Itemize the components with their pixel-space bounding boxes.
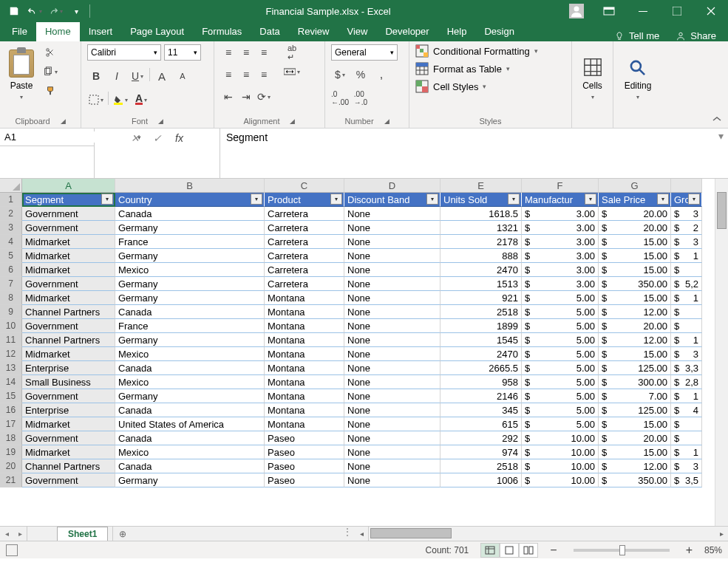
horizontal-scrollbar[interactable] (368, 527, 715, 541)
tab-file[interactable]: File (3, 22, 36, 41)
cell[interactable]: Montana (265, 319, 344, 333)
shrink-font-button[interactable]: A (174, 68, 191, 84)
filter-button[interactable]: ▾ (657, 194, 669, 205)
sheet-nav-first[interactable]: ◂ (0, 527, 13, 541)
cell[interactable]: $5.00 (522, 417, 599, 431)
cell[interactable]: $5.00 (522, 347, 599, 361)
row-header-14[interactable]: 14 (0, 375, 22, 389)
cell[interactable]: $3.00 (522, 277, 599, 291)
cell[interactable]: $10.00 (522, 431, 599, 445)
row-header-10[interactable]: 10 (0, 319, 22, 333)
cell[interactable]: Government (22, 221, 115, 235)
copy-button[interactable] (41, 64, 59, 80)
ribbon-display-options-button[interactable] (592, 0, 626, 22)
column-header-F[interactable]: F (522, 179, 599, 193)
cell[interactable]: Carretera (265, 277, 344, 291)
decrease-indent-button[interactable]: ⇤ (220, 89, 237, 105)
cell[interactable]: Montana (265, 305, 344, 319)
cell[interactable]: Midmarket (22, 445, 115, 459)
align-middle-button[interactable]: ≡ (238, 44, 254, 61)
cell[interactable]: $3.00 (522, 263, 599, 277)
row-header-17[interactable]: 17 (0, 417, 22, 431)
cell[interactable]: $3 (671, 347, 702, 361)
format-painter-button[interactable] (41, 83, 59, 99)
tab-developer[interactable]: Developer (376, 22, 438, 41)
macro-record-button[interactable] (6, 544, 18, 556)
column-header-B[interactable]: B (115, 179, 265, 193)
cell[interactable]: Paseo (265, 431, 344, 445)
underline-button[interactable]: U (129, 68, 146, 84)
cell[interactable]: $15.00 (599, 445, 671, 459)
cell[interactable]: $3,5 (671, 473, 702, 487)
cell[interactable]: $3.00 (522, 235, 599, 249)
cell[interactable]: $3.00 (522, 249, 599, 263)
qat-customize-button[interactable]: ▾ (67, 2, 86, 20)
cell[interactable]: Midmarket (22, 291, 115, 305)
cell[interactable]: None (344, 305, 440, 319)
cell[interactable]: Germany (115, 473, 265, 487)
cell[interactable]: $12.00 (599, 333, 671, 347)
cell[interactable]: $5,2 (671, 277, 702, 291)
cell[interactable]: 958 (440, 375, 522, 389)
select-all-corner[interactable] (0, 179, 22, 193)
tab-help[interactable]: Help (438, 22, 476, 41)
cell[interactable]: Government (22, 319, 115, 333)
cell[interactable]: $5.00 (522, 319, 599, 333)
cell[interactable]: $7.00 (599, 389, 671, 403)
cell[interactable]: $ (671, 319, 702, 333)
cell[interactable]: 1513 (440, 277, 522, 291)
cell[interactable]: None (344, 249, 440, 263)
row-header-20[interactable]: 20 (0, 459, 22, 473)
conditional-formatting-button[interactable]: Conditional Formatting▾ (415, 44, 565, 58)
cell[interactable]: $350.00 (599, 277, 671, 291)
formula-input[interactable]: Segment ▾ (220, 129, 728, 178)
tab-page-layout[interactable]: Page Layout (121, 22, 193, 41)
cell[interactable]: France (115, 319, 265, 333)
restore-button[interactable] (660, 0, 694, 22)
cell[interactable]: Montana (265, 375, 344, 389)
row-header-18[interactable]: 18 (0, 431, 22, 445)
zoom-out-button[interactable]: − (550, 544, 557, 557)
cell[interactable]: $ (671, 431, 702, 445)
increase-decimal-button[interactable]: .0←.00 (331, 90, 349, 106)
normal-view-button[interactable] (480, 543, 500, 558)
cell[interactable]: 974 (440, 445, 522, 459)
save-button[interactable] (4, 2, 24, 20)
table-header-segment[interactable]: Segment▾ (22, 193, 115, 207)
row-header-4[interactable]: 4 (0, 235, 22, 249)
cell[interactable]: $300.00 (599, 375, 671, 389)
cell[interactable]: $12.00 (599, 305, 671, 319)
row-header-13[interactable]: 13 (0, 361, 22, 375)
add-sheet-button[interactable]: ⊕ (113, 527, 132, 541)
filter-button[interactable]: ▾ (585, 194, 596, 205)
cell[interactable]: Midmarket (22, 347, 115, 361)
orientation-button[interactable]: ⟳ (256, 89, 272, 105)
cell[interactable]: None (344, 389, 440, 403)
cell[interactable]: Paseo (265, 473, 344, 487)
alignment-dialog-launcher[interactable]: ◢ (290, 117, 295, 125)
cell[interactable]: Midmarket (22, 249, 115, 263)
tab-design[interactable]: Design (475, 22, 523, 41)
cell[interactable]: Carretera (265, 249, 344, 263)
cell[interactable]: Germany (115, 221, 265, 235)
cell[interactable]: $5.00 (522, 403, 599, 417)
zoom-slider[interactable] (574, 549, 670, 552)
cell[interactable]: $20.00 (599, 319, 671, 333)
cell[interactable]: Midmarket (22, 263, 115, 277)
accounting-format-button[interactable]: $ (331, 66, 349, 83)
row-header-15[interactable]: 15 (0, 389, 22, 403)
page-break-view-button[interactable] (519, 543, 538, 558)
cell[interactable]: Paseo (265, 445, 344, 459)
filter-button[interactable]: ▾ (330, 194, 342, 205)
insert-function-button[interactable]: fx (169, 130, 190, 146)
row-header-16[interactable]: 16 (0, 403, 22, 417)
cell[interactable]: None (344, 221, 440, 235)
formula-expand-button[interactable]: ▾ (718, 130, 724, 142)
cell[interactable]: 615 (440, 417, 522, 431)
cell[interactable]: $1 (671, 333, 702, 347)
user-account-icon[interactable] (564, 2, 589, 20)
font-dialog-launcher[interactable]: ◢ (158, 117, 163, 125)
cell[interactable]: 345 (440, 403, 522, 417)
column-header-G[interactable]: G (599, 179, 671, 193)
cell[interactable]: Montana (265, 347, 344, 361)
